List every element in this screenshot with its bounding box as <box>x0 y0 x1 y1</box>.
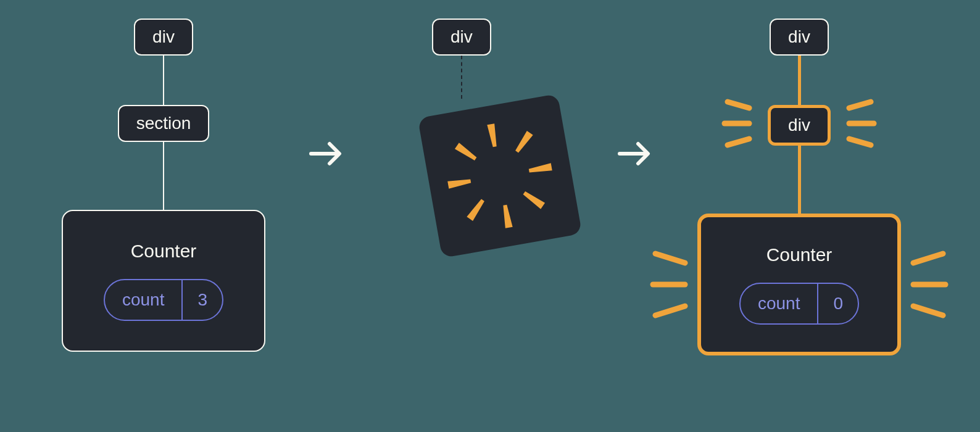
svg-line-14 <box>655 254 685 263</box>
svg-marker-2 <box>528 163 552 174</box>
state-value: 3 <box>183 280 222 320</box>
svg-marker-5 <box>467 198 486 221</box>
tree-transition: div <box>432 19 491 99</box>
component-counter: Counter count 3 <box>62 210 265 352</box>
tree-connector <box>798 56 801 105</box>
tree-after: div div Counter <box>697 19 901 355</box>
svg-line-13 <box>849 139 871 145</box>
arrow-icon <box>617 139 654 168</box>
arrow-icon <box>309 139 346 168</box>
tree-connector <box>163 142 164 210</box>
node-section: section <box>118 105 210 142</box>
svg-marker-1 <box>514 131 533 154</box>
state-pill: count 0 <box>739 283 859 325</box>
svg-marker-6 <box>447 177 471 188</box>
node-div: div <box>432 19 491 56</box>
shine-icon <box>648 251 691 318</box>
state-value: 0 <box>818 284 858 323</box>
state-pill: count 3 <box>104 279 223 321</box>
shine-icon <box>907 251 950 318</box>
svg-line-10 <box>728 139 749 145</box>
node-div-highlighted: div <box>768 105 831 146</box>
tree-connector <box>163 56 164 105</box>
svg-marker-4 <box>501 204 512 228</box>
node-label: div <box>788 27 810 47</box>
svg-line-8 <box>728 102 749 108</box>
svg-line-11 <box>849 102 871 108</box>
svg-line-19 <box>913 306 943 315</box>
shine-icon <box>843 99 880 148</box>
svg-marker-7 <box>455 143 478 162</box>
state-label: count <box>741 284 819 323</box>
tree-connector <box>798 146 801 214</box>
node-div: div <box>770 19 829 56</box>
shine-icon <box>718 99 755 148</box>
svg-line-17 <box>913 254 943 263</box>
component-counter-highlighted: Counter count 0 <box>697 214 901 355</box>
state-label: count <box>105 280 183 320</box>
tree-before: div section Counter count 3 <box>62 19 265 352</box>
svg-marker-0 <box>487 123 498 147</box>
component-title: Counter <box>131 241 197 262</box>
burst-box <box>418 94 582 258</box>
node-label: div <box>152 27 175 47</box>
tree-connector-dashed <box>461 56 462 99</box>
node-label: section <box>136 114 191 133</box>
burst-icon <box>428 104 571 247</box>
svg-marker-3 <box>522 190 545 209</box>
svg-line-16 <box>655 306 685 315</box>
node-label: div <box>788 115 810 135</box>
component-title: Counter <box>766 244 833 265</box>
node-div: div <box>134 19 193 56</box>
node-label: div <box>451 27 473 47</box>
